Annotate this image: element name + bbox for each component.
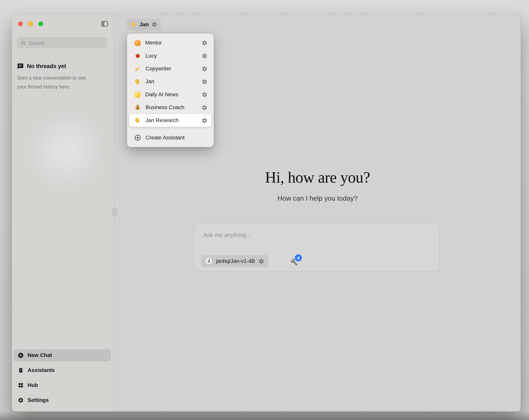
menu-item-label: Business Coach [145,104,202,110]
gear-icon[interactable] [202,66,207,72]
tools-count-badge: 4 [295,254,302,261]
menu-item-jan-research[interactable]: Jan Research [129,114,212,127]
sidebar: No threads yet Start a new conversation … [12,14,114,411]
search-input[interactable] [28,40,104,46]
pencil-emoji-icon [134,65,141,72]
gear-icon[interactable] [202,53,207,59]
model-selector-button[interactable]: J janhq/Jan-v1-4B [201,255,268,267]
sidebar-item-hub[interactable]: Hub [13,379,111,392]
wave-emoji-icon [134,117,141,124]
greeting-title: Hi, how are you? [114,168,521,187]
chat-bubble-icon [17,63,24,70]
nav-label: Assistants [28,367,55,373]
gear-icon[interactable] [202,40,207,46]
window-controls [18,21,43,26]
menu-item-label: Copywriter [145,66,202,72]
minimize-button[interactable] [28,21,33,26]
menu-item-label: Daily AI News [145,91,202,97]
sidebar-item-assistants[interactable]: Assistants [13,364,111,377]
plus-circle-icon [18,352,24,358]
empty-state-title: No threads yet [27,63,66,70]
desktop-bottom-shade [0,411,529,420]
current-assistant-name: Jan [139,21,149,27]
menu-item-label: Create Assistant [145,135,207,141]
menu-item-copywriter[interactable]: Copywriter [129,62,212,75]
greeting-block: Hi, how are you? How can I help you toda… [114,168,521,203]
menu-item-mentor[interactable]: Mentor [129,36,212,49]
new-chat-button[interactable]: New Chat [13,349,111,362]
create-assistant-button[interactable]: Create Assistant [129,131,212,144]
gear-icon[interactable] [202,92,207,97]
gear-icon[interactable] [202,117,207,123]
assistant-settings-gear-icon[interactable] [151,22,157,27]
model-provider-badge: J [205,257,212,265]
gear-icon[interactable] [202,79,207,85]
model-settings-gear-icon[interactable] [258,258,264,264]
menu-item-label: Jan [145,79,202,85]
menu-item-lucy[interactable]: Lucy [129,49,212,62]
menu-item-business-coach[interactable]: Business Coach [129,101,212,114]
search-icon [20,40,26,46]
menu-item-daily-ai-news[interactable]: Daily AI News [129,88,212,101]
chat-composer: J janhq/Jan-v1-4B 4 [194,223,440,271]
gear-icon [18,397,24,403]
empty-state-description: Start a new conversation to see your thr… [17,73,106,91]
menu-item-label: Jan Research [145,117,202,123]
tools-button[interactable]: 4 [290,254,303,267]
wave-emoji-icon [134,78,141,85]
hub-icon [18,382,24,388]
wave-emoji-icon [131,21,137,27]
orange-circle-emoji-icon [134,40,141,46]
sidebar-glow-decoration [26,113,107,195]
jan-app-window: No threads yet Start a new conversation … [12,14,521,411]
sidebar-toggle-icon[interactable] [101,20,108,27]
nav-label: Settings [28,397,49,403]
money-bag-emoji-icon [134,104,141,111]
menu-item-label: Lucy [145,53,202,59]
assistant-dropdown-menu: Mentor Lucy Copywriter Jan [127,33,214,147]
main-area: Jan Mentor Lucy Copywriter [114,14,521,411]
nav-label: New Chat [28,352,52,358]
search-input-container[interactable] [17,37,107,48]
plus-circle-icon [134,134,141,141]
close-button[interactable] [18,21,23,26]
greeting-subtitle: How can I help you today? [114,194,521,202]
red-apple-emoji-icon [134,52,141,59]
nav-label: Hub [28,382,38,388]
sidebar-item-settings[interactable]: Settings [13,394,111,406]
menu-separator [132,129,208,129]
chat-input[interactable] [203,232,428,252]
model-name: janhq/Jan-v1-4B [216,258,255,264]
assistant-selector-button[interactable]: Jan [127,19,160,30]
gear-icon[interactable] [202,105,207,110]
sidebar-nav: New Chat Assistants Hub Settings [13,349,111,406]
yellow-circle-emoji-icon [134,91,141,98]
assistants-icon [18,367,24,373]
sidebar-resize-handle[interactable] [112,208,117,216]
menu-item-jan[interactable]: Jan [129,75,212,88]
menu-item-label: Mentor [145,40,202,46]
desktop-background: No threads yet Start a new conversation … [0,0,529,420]
zoom-button[interactable] [39,21,43,26]
empty-threads-state: No threads yet Start a new conversation … [17,63,106,91]
